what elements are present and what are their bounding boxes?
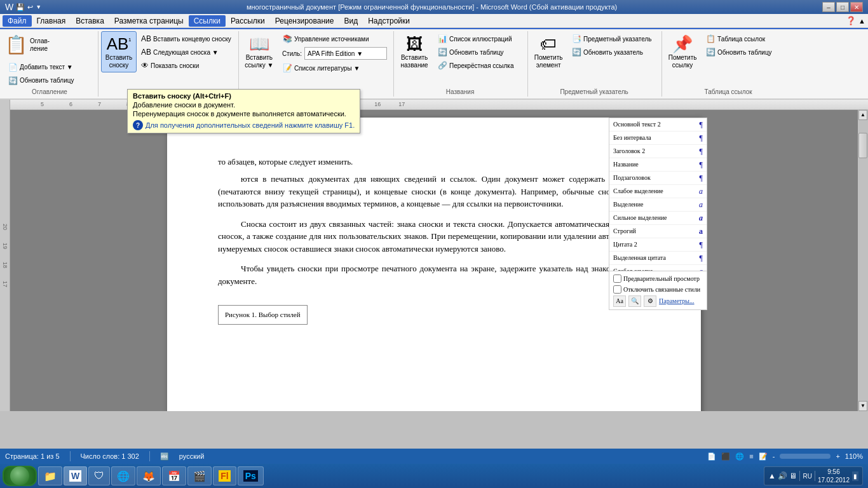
taskbar-firefox[interactable]: 🦊: [137, 466, 161, 485]
preview-checkbox[interactable]: Предварительный просмотр: [613, 274, 703, 283]
view-draft-icon[interactable]: 📝: [759, 452, 768, 461]
preview-label: Предварительный просмотр: [623, 274, 700, 283]
style-item-8[interactable]: Строгий a: [609, 225, 707, 238]
btn-insert-index[interactable]: 📑 Предметный указатель: [569, 32, 658, 45]
restore-button[interactable]: □: [836, 2, 849, 12]
style-item-1[interactable]: Без интервала ¶: [609, 132, 707, 145]
menu-layout[interactable]: Разметка страницы: [109, 15, 189, 27]
taskbar-browser[interactable]: 🌐: [111, 466, 135, 485]
taskbar-video[interactable]: 🎬: [187, 466, 212, 485]
disable-linked-label: Отключить связанные стили: [623, 285, 700, 294]
view-web-icon[interactable]: 🌐: [735, 452, 744, 461]
style-item-7[interactable]: Сильное выделение a: [609, 212, 707, 225]
start-button[interactable]: [3, 466, 37, 486]
menu-home[interactable]: Главная: [32, 15, 71, 27]
zoom-out-btn[interactable]: -: [773, 452, 775, 460]
zoom-in-btn[interactable]: +: [836, 452, 839, 460]
footnote-icon: AB¹: [107, 34, 132, 54]
style-item-6[interactable]: Выделение a: [609, 198, 707, 212]
btn-cross-reference[interactable]: 🔗 Перекрёстная ссылка: [435, 59, 524, 72]
menu-mailings[interactable]: Рассылки: [226, 15, 270, 27]
citation-small-buttons: 📚 Управление источниками Стиль: APA Fift…: [280, 31, 390, 74]
doc-para-1: то абзацев, которые следует изменить.: [218, 156, 650, 168]
style-item-5[interactable]: Слабое выделение a: [609, 185, 707, 198]
scroll-thumb[interactable]: [858, 133, 867, 158]
btn-table-of-authorities[interactable]: 📋 Таблица ссылок: [703, 32, 792, 45]
btn-update-table-auth[interactable]: 🔄 Обновить таблицу: [703, 46, 792, 58]
menu-view[interactable]: Вид: [339, 15, 363, 27]
quick-access-save[interactable]: 💾: [16, 3, 25, 11]
firefox-icon: 🦊: [142, 470, 155, 482]
btn-table-of-figures[interactable]: 📊 Список иллюстраций: [435, 32, 524, 45]
btn-update-index[interactable]: 🔄 Обновить указатель: [569, 46, 658, 58]
btn-manage-sources[interactable]: 📚 Управление источниками: [280, 32, 390, 45]
menu-references[interactable]: Ссылки: [189, 15, 226, 27]
style-item-10[interactable]: Выделенная цитата ¶: [609, 252, 707, 265]
btn-insert-footnote[interactable]: AB¹ Вставитьсноску: [101, 31, 137, 72]
explorer-icon: 📁: [44, 470, 57, 482]
help-icon[interactable]: ❓: [846, 16, 856, 25]
taskbar-antivirus[interactable]: 🛡: [88, 466, 110, 485]
clock: 9:56 17.02.2012: [818, 468, 850, 484]
taskbar-calendar[interactable]: 📅: [162, 466, 186, 485]
style-item-9[interactable]: Цитата 2 ¶: [609, 238, 707, 252]
content-row: Вставить сноску (Alt+Ctrl+F) Добавление …: [10, 110, 868, 411]
caption-box: Рисунок 1. Выбор стилей: [218, 305, 308, 325]
style-name: Строгий: [613, 226, 636, 236]
btn-show-footnotes[interactable]: 👁 Показать сноски: [138, 59, 234, 72]
vertical-scrollbar[interactable]: ▲ ▼: [858, 110, 868, 411]
btn-oglav[interactable]: 📋 Оглав-ление: [5, 31, 50, 59]
system-tray: ▲ 🔊 🖥 RU 9:56 17.02.2012 ▮: [764, 466, 863, 485]
quick-access-undo[interactable]: ↩: [27, 3, 33, 11]
style-item-11[interactable]: Слабая ссылка a: [609, 265, 707, 271]
minimize-button[interactable]: –: [822, 2, 835, 12]
citation-style-dropdown[interactable]: APA Fifth Edition ▼: [304, 47, 387, 60]
btn-mark-citation[interactable]: 📌 Пометитьссылку: [665, 31, 700, 72]
insert-index-icon: 📑: [572, 34, 581, 43]
inspect-style-btn[interactable]: 🔍: [628, 295, 641, 307]
disable-linked-checkbox[interactable]: Отключить связанные стили: [613, 285, 703, 294]
btn-update-table-oglav[interactable]: 🔄 Обновить таблицу: [5, 74, 94, 87]
view-print-icon[interactable]: 📄: [707, 452, 716, 461]
status-bar: Страница: 1 из 5 Число слов: 1 302 🔤 рус…: [0, 449, 868, 464]
title-bar: W 💾 ↩ ▼ многостраничный документ [Режим …: [0, 0, 868, 14]
close-button[interactable]: ✕: [850, 2, 863, 12]
menu-insert[interactable]: Вставка: [71, 15, 109, 27]
taskbar-word[interactable]: W: [64, 466, 87, 485]
taskbar-explorer[interactable]: 📁: [38, 466, 62, 485]
btn-insert-caption[interactable]: 🖼 Вставитьназвание: [397, 31, 432, 72]
menu-addons[interactable]: Надстройки: [363, 15, 415, 27]
show-desktop-btn[interactable]: ▮: [852, 471, 858, 481]
taskbar-flash[interactable]: Fl: [213, 466, 236, 485]
preview-check-input[interactable]: [613, 274, 621, 283]
btn-update-table-fig[interactable]: 🔄 Обновить таблицу: [435, 46, 524, 58]
btn-next-footnote[interactable]: AB Следующая сноска ▼: [138, 46, 234, 58]
quick-access-dropdown[interactable]: ▼: [36, 4, 41, 10]
ribbon-collapse[interactable]: ▲: [858, 17, 865, 25]
menu-file[interactable]: Файл: [3, 15, 32, 27]
btn-insert-citation[interactable]: 📖 Вставитьссылку ▼: [241, 31, 277, 72]
disable-linked-check-input[interactable]: [613, 285, 621, 294]
btn-mark-entry[interactable]: 🏷 Пометитьэлемент: [531, 31, 566, 72]
btn-bibliography[interactable]: 📝 Список литературы ▼: [280, 62, 390, 74]
menu-review[interactable]: Рецензирование: [270, 15, 339, 27]
video-icon: 🎬: [193, 470, 206, 482]
taskbar-photoshop[interactable]: Ps: [238, 466, 264, 485]
btn-insert-endnote[interactable]: AB Вставить концевую сноску: [138, 32, 234, 45]
new-style-btn[interactable]: Aa: [613, 295, 626, 307]
zoom-slider[interactable]: [780, 454, 831, 459]
btn-add-text[interactable]: 📄 Добавить текст ▼: [5, 61, 94, 74]
view-outline-icon[interactable]: ≡: [749, 452, 753, 460]
params-link[interactable]: Параметры...: [659, 296, 695, 306]
style-item-2[interactable]: Заголовок 2 ¶: [609, 145, 707, 158]
manage-styles-btn[interactable]: ⚙: [644, 295, 656, 307]
spell-check-icon[interactable]: 🔤: [160, 452, 169, 461]
doc-para-3: Сноска состоит из двух связанных частей:…: [218, 218, 650, 255]
style-item-4[interactable]: Подзаголовок ¶: [609, 172, 707, 185]
tof-icon: 📊: [438, 34, 447, 43]
style-item-0[interactable]: Основной текст 2 ¶: [609, 118, 707, 132]
view-full-icon[interactable]: ⬛: [721, 452, 730, 461]
tooltip-box: Вставить сноску (Alt+Ctrl+F) Добавление …: [127, 110, 360, 133]
style-item-3[interactable]: Название ¶: [609, 158, 707, 172]
page-scroll-area[interactable]: Вставить сноску (Alt+Ctrl+F) Добавление …: [10, 110, 858, 411]
